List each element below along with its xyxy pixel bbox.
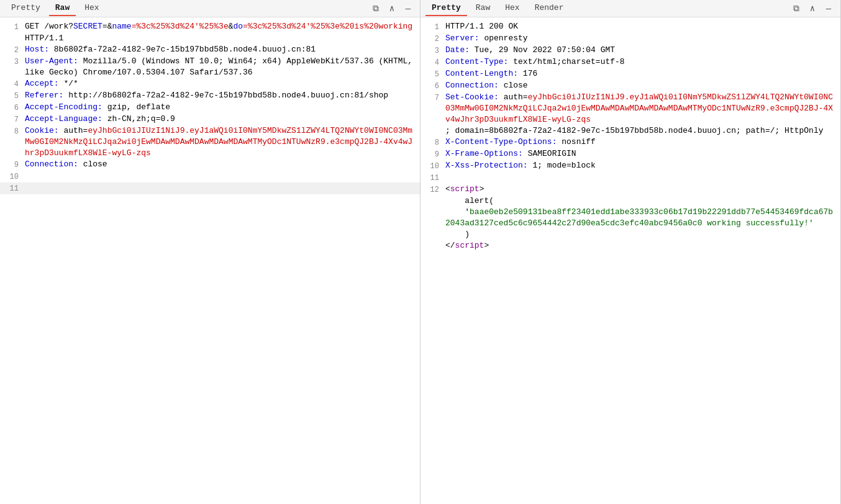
line-number	[4, 33, 19, 34]
line-number: 6	[4, 102, 19, 114]
left-copy-icon[interactable]: ⧉	[369, 2, 383, 16]
table-row: 3User-Agent: Mozilla/5.0 (Windows NT 10.…	[0, 56, 420, 78]
left-tab-raw[interactable]: Raw	[49, 1, 76, 16]
line-content: X-Xss-Protection: 1; mode=block	[445, 160, 837, 171]
line-content: Content-Length: 176	[445, 68, 837, 79]
right-content: 1HTTP/1.1 200 OK2Server: openresty3Date:…	[420, 17, 840, 504]
line-number: 1	[4, 21, 19, 33]
line-number	[424, 196, 439, 196]
table-row: 8X-Content-Type-Options: nosniff	[420, 137, 840, 148]
line-content: HTTP/1.1	[25, 33, 416, 44]
line-number: 10	[4, 171, 19, 182]
table-row: 4Content-Type: text/html;charset=utf-8	[420, 56, 840, 68]
line-number: 7	[4, 114, 19, 125]
table-row: </script>	[420, 240, 840, 251]
line-content: Cookie: auth=eyJhbGci0iJIUzI1NiJ9.eyJ1aW…	[25, 125, 416, 159]
line-content: Accept: */*	[25, 78, 416, 89]
line-number: 5	[424, 68, 439, 80]
table-row: 2Server: openresty	[420, 33, 840, 45]
line-number: 4	[424, 56, 439, 68]
line-number: 3	[4, 56, 19, 68]
table-row: 11	[420, 172, 840, 184]
line-content: alert(	[445, 196, 837, 207]
right-tab-render[interactable]: Render	[529, 1, 570, 16]
right-tab-raw[interactable]: Raw	[470, 1, 496, 16]
line-content: X-Frame-Options: SAMEORIGIN	[445, 148, 837, 160]
table-row: 9Connection: close	[0, 159, 420, 171]
left-tab-pretty[interactable]: Pretty	[5, 1, 47, 16]
right-expand-icon[interactable]: ∧	[806, 2, 819, 16]
table-row: 8Cookie: auth=eyJhbGci0iJIUzI1NiJ9.eyJ1a…	[0, 125, 420, 159]
line-number: 5	[4, 90, 19, 102]
table-row: ; domain=8b6802fa-72a2-4182-9e7c-15b197b…	[420, 125, 840, 137]
line-content: Server: openresty	[445, 33, 837, 44]
line-content: Connection: close	[25, 159, 416, 170]
line-number	[424, 207, 439, 207]
left-panel: Pretty Raw Hex ⧉ ∧ — 1GET /work?SECRET=&…	[0, 0, 420, 504]
line-content: Accept-Encoding: gzip, deflate	[25, 102, 416, 113]
table-row: 9X-Frame-Options: SAMEORIGIN	[420, 148, 840, 160]
right-close-icon[interactable]: —	[822, 2, 835, 16]
line-content: Accept-Language: zh-CN,zh;q=0.9	[25, 114, 416, 125]
line-content: )	[445, 229, 837, 240]
table-row: 2Host: 8b6802fa-72a2-4182-9e7c-15b197bbd…	[0, 44, 420, 56]
line-content: Host: 8b6802fa-72a2-4182-9e7c-15b197bbd5…	[25, 44, 416, 55]
line-content: Date: Tue, 29 Nov 2022 07:50:04 GMT	[445, 45, 837, 56]
left-tab-hex[interactable]: Hex	[78, 1, 105, 16]
table-row: 12<script>	[420, 184, 840, 196]
line-number: 9	[4, 159, 19, 171]
table-row: 1HTTP/1.1 200 OK	[420, 21, 840, 33]
table-row: 6Connection: close	[420, 80, 840, 92]
line-number: 11	[424, 172, 439, 184]
left-expand-icon[interactable]: ∧	[385, 2, 399, 16]
table-row: 'baae0eb2e509131bea8ff23401edd1abe333933…	[420, 207, 840, 229]
table-row: 3Date: Tue, 29 Nov 2022 07:50:04 GMT	[420, 45, 840, 56]
line-number: 3	[424, 45, 439, 56]
line-number: 1	[424, 21, 439, 33]
line-content: ; domain=8b6802fa-72a2-4182-9e7c-15b197b…	[445, 125, 837, 137]
line-content: </script>	[445, 240, 837, 251]
table-row: 5Content-Length: 176	[420, 68, 840, 80]
line-number: 2	[424, 33, 439, 45]
left-close-icon[interactable]: —	[401, 2, 415, 16]
left-content: 1GET /work?SECRET=&name=%3c%25%3d%24'%25…	[0, 17, 420, 504]
line-number: 11	[4, 182, 19, 194]
line-content: HTTP/1.1 200 OK	[445, 21, 837, 32]
left-tab-bar: Pretty Raw Hex ⧉ ∧ —	[0, 0, 420, 17]
line-content: Referer: http://8b6802fa-72a2-4182-9e7c-…	[25, 90, 416, 101]
line-number: 8	[424, 137, 439, 148]
line-number: 2	[4, 44, 19, 56]
table-row: 4Accept: */*	[0, 78, 420, 90]
right-copy-icon[interactable]: ⧉	[789, 2, 803, 16]
table-row: 6Accept-Encoding: gzip, deflate	[0, 102, 420, 114]
right-panel: Pretty Raw Hex Render ⧉ ∧ — 1HTTP/1.1 20…	[420, 0, 841, 504]
table-row: 5Referer: http://8b6802fa-72a2-4182-9e7c…	[0, 90, 420, 102]
line-number: 7	[424, 92, 439, 104]
table-row: HTTP/1.1	[0, 33, 420, 44]
table-row: 1GET /work?SECRET=&name=%3c%25%3d%24'%25…	[0, 21, 420, 33]
line-number	[424, 229, 439, 230]
line-number: 10	[424, 160, 439, 172]
table-row: 7Set-Cookie: auth=eyJhbGci0iJIUzI1NiJ9.e…	[420, 92, 840, 125]
line-number	[424, 240, 439, 241]
line-number: 4	[4, 78, 19, 90]
table-row: 10X-Xss-Protection: 1; mode=block	[420, 160, 840, 172]
line-number: 9	[424, 148, 439, 160]
line-content: Set-Cookie: auth=eyJhbGci0iJIUzI1NiJ9.ey…	[445, 92, 837, 125]
table-row: )	[420, 229, 840, 240]
line-content: <script>	[445, 184, 837, 195]
line-number: 12	[424, 184, 439, 196]
table-row: alert(	[420, 196, 840, 207]
right-tab-hex[interactable]: Hex	[499, 1, 525, 16]
right-tab-bar: Pretty Raw Hex Render ⧉ ∧ —	[420, 0, 840, 17]
line-number	[424, 125, 439, 126]
right-tab-pretty[interactable]: Pretty	[425, 1, 467, 16]
line-content: 'baae0eb2e509131bea8ff23401edd1abe333933…	[445, 207, 837, 229]
table-row: 10	[0, 171, 420, 182]
line-content: X-Content-Type-Options: nosniff	[445, 137, 837, 148]
table-row: 11	[0, 182, 420, 194]
line-number: 8	[4, 125, 19, 137]
line-number: 6	[424, 80, 439, 92]
line-content: Connection: close	[445, 80, 837, 91]
line-content: GET /work?SECRET=&name=%3c%25%3d%24'%25%…	[25, 21, 416, 32]
